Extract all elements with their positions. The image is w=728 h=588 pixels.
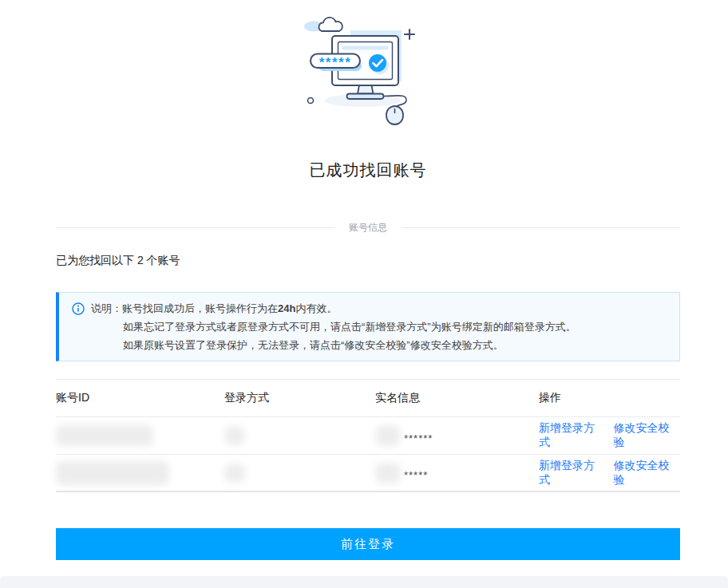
redacted-login-method (224, 464, 245, 483)
screen-header-bar (342, 46, 389, 50)
actions-cell: 新增登录方式 修改安全校验 (539, 421, 680, 450)
add-login-method-link[interactable]: 新增登录方式 (539, 459, 606, 487)
monitor-password-illustration: ***** (256, 8, 480, 128)
modify-security-check-link[interactable]: 修改安全校验 (614, 421, 681, 450)
footer-strip (0, 576, 728, 588)
realname-mask: ****** (404, 428, 433, 444)
recovered-count-text: 已为您找回以下 2 个账号 (56, 254, 680, 268)
go-to-login-button[interactable]: 前往登录 (56, 528, 680, 560)
table-header-row: 账号ID 登录方式 实名信息 操作 (56, 379, 680, 417)
account-recovery-page: ***** 已成功找回账号 账号信息 已为您找回以下 2 个账号 (56, 0, 680, 560)
login-method-cell (224, 464, 375, 483)
password-mask-text: ***** (319, 55, 352, 70)
add-login-method-link[interactable]: 新增登录方式 (539, 421, 606, 450)
section-label: 账号信息 (334, 221, 402, 235)
page-title: 已成功找回账号 (56, 160, 680, 181)
header-login-method: 登录方式 (224, 391, 375, 405)
redacted-realname (375, 425, 401, 446)
notice-line-3: 如果原账号设置了登录保护，无法登录，请点击“修改安全校验”修改安全校验方式。 (91, 336, 665, 354)
monitor-stand-base (347, 94, 384, 100)
actions-cell: 新增登录方式 修改安全校验 (539, 459, 680, 487)
modify-security-check-link[interactable]: 修改安全校验 (614, 459, 681, 487)
redacted-account-id (56, 425, 153, 446)
redacted-login-method (224, 426, 245, 445)
redacted-realname (375, 463, 401, 483)
realname-mask: ***** (404, 464, 428, 481)
header-account-id: 账号ID (56, 391, 224, 405)
notice-line-2: 如果忘记了登录方式或者原登录方式不可用，请点击“新增登录方式”为账号绑定新的邮箱… (91, 318, 665, 336)
realname-cell: ****** (375, 425, 539, 446)
notice-text: 说明：账号找回成功后，账号操作行为在24h内有效。 如果忘记了登录方式或者原登录… (91, 299, 665, 354)
monitor-stand-neck (358, 85, 374, 94)
plus-icon (405, 30, 414, 39)
section-divider: 账号信息 (56, 221, 680, 235)
cloud-icon (319, 18, 342, 31)
notice-box: 说明：账号找回成功后，账号操作行为在24h内有效。 如果忘记了登录方式或者原登录… (56, 292, 680, 361)
check-circle (369, 54, 386, 72)
redacted-account-id (56, 461, 169, 485)
divider-line-right (402, 227, 680, 228)
login-method-cell (224, 426, 375, 445)
divider-line-left (56, 227, 334, 228)
account-id-cell (56, 425, 224, 446)
header-realname-info: 实名信息 (375, 391, 539, 405)
accounts-table: 账号ID 登录方式 实名信息 操作 ****** 新增登录方式 修改安全校验 (56, 379, 680, 492)
info-icon (72, 302, 85, 315)
table-row: ****** 新增登录方式 修改安全校验 (56, 417, 680, 455)
success-illustration: ***** (56, 0, 680, 131)
realname-cell: ***** (375, 463, 539, 483)
account-id-cell (56, 461, 224, 485)
dot-circle (308, 98, 314, 104)
table-row: ***** 新增登录方式 修改安全校验 (56, 455, 680, 492)
header-actions: 操作 (539, 391, 680, 405)
notice-line-1: 说明：账号找回成功后，账号操作行为在24h内有效。 (91, 299, 665, 318)
